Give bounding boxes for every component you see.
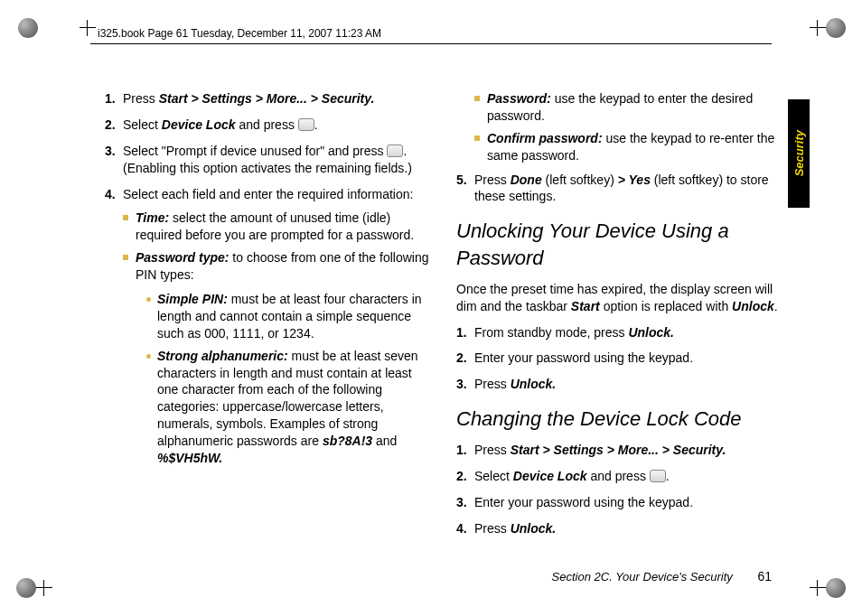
crop-mark-icon (80, 20, 96, 36)
step-number: 1. (456, 324, 474, 341)
step-number: 1. (456, 442, 474, 459)
section-tab-label: Security (792, 130, 806, 176)
footer-section: Section 2C. Your Device's Security (552, 570, 733, 583)
list-item: Simple PIN: must be at least four charac… (145, 291, 429, 342)
step-text: Enter your password using the keypad. (474, 350, 781, 367)
crop-mark-icon (810, 580, 826, 596)
page-number: 61 (757, 569, 772, 583)
step-number: 2. (105, 117, 123, 134)
step-text: Press Done (left softkey) > Yes (left so… (474, 172, 781, 206)
step-text: Select Device Lock and press . (474, 468, 781, 485)
step-text: Press Start > Settings > More... > Secur… (474, 442, 781, 459)
key-icon (387, 145, 403, 157)
page-body: Security 1. Press Start > Settings > Mor… (105, 90, 808, 544)
step-number: 5. (456, 172, 474, 206)
step-number: 3. (456, 376, 474, 393)
right-column: Password: use the keypad to enter the de… (456, 90, 808, 544)
step-text: Select each field and enter the required… (123, 186, 429, 472)
page-footer: Section 2C. Your Device's Security 61 (552, 569, 772, 583)
step-number: 1. (105, 90, 123, 107)
step-text: Enter your password using the keypad. (474, 494, 781, 511)
step-number: 2. (456, 350, 474, 367)
list-item: Time: select the amount of unused time (… (123, 210, 429, 244)
crop-mark-icon (36, 580, 52, 596)
corner-dot-icon (16, 578, 36, 598)
section-tab: Security (788, 99, 810, 208)
step-number: 2. (456, 468, 474, 485)
paragraph: Once the preset time has expired, the di… (456, 281, 781, 315)
corner-dot-icon (18, 18, 38, 38)
left-column: 1. Press Start > Settings > More... > Se… (105, 90, 429, 544)
step-number: 3. (456, 494, 474, 511)
page-header: i325.book Page 61 Tuesday, December 11, … (98, 27, 381, 40)
list-item: Strong alphanumeric: must be at least se… (145, 348, 429, 467)
header-rule (90, 43, 772, 44)
step-text: From standby mode, press Unlock. (474, 324, 781, 341)
list-item: Password type: to choose from one of the… (123, 249, 429, 467)
step-text: Press Unlock. (474, 520, 781, 537)
step-text: Press Unlock. (474, 376, 781, 393)
step-number: 3. (105, 143, 123, 177)
crop-mark-icon (810, 20, 826, 36)
list-item: Password: use the keypad to enter the de… (474, 90, 781, 125)
section-heading: Unlocking Your Device Using a Password (456, 218, 781, 271)
list-item: Confirm password: use the keypad to re-e… (474, 130, 781, 164)
step-number: 4. (105, 186, 123, 472)
section-heading: Changing the Device Lock Code (456, 406, 781, 433)
step-text: Select Device Lock and press . (123, 117, 429, 134)
step-number: 4. (456, 520, 474, 537)
corner-dot-icon (826, 18, 846, 38)
step-text: Press Start > Settings > More... > Secur… (123, 90, 429, 107)
corner-dot-icon (826, 578, 846, 598)
key-icon (650, 470, 666, 482)
key-icon (298, 118, 314, 131)
step-text: Select "Prompt if device unused for" and… (123, 143, 429, 177)
